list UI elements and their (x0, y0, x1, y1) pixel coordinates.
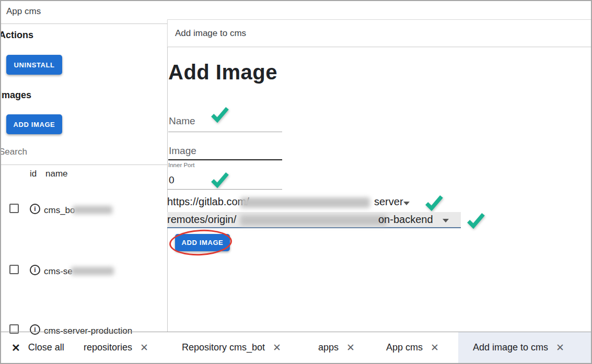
page-title: Add Image (168, 61, 277, 84)
tab-label: App cms (386, 342, 423, 353)
tab-apps[interactable]: apps ✕ (318, 332, 355, 363)
chevron-down-icon (443, 219, 449, 222)
inner-port-input[interactable]: 0 (169, 174, 175, 186)
row-checkbox[interactable] (9, 265, 19, 274)
tab-repository-cms-bot[interactable]: Repository cms_bot ✕ (182, 332, 281, 363)
app-window: App cms Actions UNINSTALL Images ADD IMA… (0, 0, 592, 364)
inner-port-underline (167, 189, 282, 190)
add-image-sidebar-button[interactable]: ADD IMAGE (6, 114, 62, 134)
branch-select[interactable]: remotes/origin/ on-backend (167, 212, 461, 228)
repo-select-suffix: server (374, 196, 403, 208)
row-name-text: cms-se (44, 266, 73, 277)
actions-section-label: Actions (0, 30, 33, 41)
row-name-text: cms_bo (44, 205, 75, 216)
redacted-text (240, 215, 387, 226)
info-icon[interactable]: i (30, 204, 40, 214)
close-icon[interactable]: ✕ (346, 343, 355, 353)
branch-select-prefix: remotes/origin/ (167, 214, 236, 226)
check-annotation-icon (464, 210, 487, 231)
close-icon: ✕ (11, 343, 20, 353)
repo-select-prefix: https://gitlab.com/ (167, 196, 249, 208)
chevron-down-icon (403, 202, 410, 205)
tab-label: repositories (84, 342, 132, 353)
redacted-text (71, 267, 114, 275)
detail-panel-title: Add image to cms (175, 28, 246, 39)
tab-repositories[interactable]: repositories ✕ (84, 332, 148, 363)
check-annotation-icon (208, 104, 231, 125)
title-divider (1, 24, 168, 24)
row-checkbox[interactable] (9, 204, 19, 213)
name-field-label: Name (169, 115, 195, 127)
redacted-text (240, 197, 370, 208)
info-icon[interactable]: i (30, 265, 40, 275)
close-all-label: Close all (28, 342, 64, 353)
tab-app-cms[interactable]: App cms ✕ (386, 332, 439, 363)
close-all-button[interactable]: ✕ Close all (11, 332, 64, 363)
tab-label: Add image to cms (473, 342, 548, 353)
uninstall-button[interactable]: UNINSTALL (6, 55, 62, 75)
images-section-label: Images (0, 90, 31, 101)
add-image-submit-button[interactable]: ADD IMAGE (175, 234, 230, 251)
detail-panel-header: Add image to cms (167, 19, 592, 47)
left-panel-title: App cms (6, 6, 41, 17)
check-annotation-icon (208, 169, 231, 190)
check-annotation-icon (422, 192, 445, 213)
close-icon[interactable]: ✕ (431, 343, 439, 353)
search-input[interactable]: Search (0, 147, 27, 157)
panel-divider (167, 24, 168, 332)
column-header-name: name (45, 169, 68, 179)
branch-select-suffix: on-backend (378, 214, 433, 226)
tab-add-image-to-cms[interactable]: Add image to cms ✕ (473, 332, 564, 363)
column-header-id: id (30, 169, 37, 179)
image-field-label: Image (169, 145, 196, 157)
tab-label: apps (318, 342, 339, 353)
close-icon[interactable]: ✕ (140, 343, 148, 353)
close-icon[interactable]: ✕ (556, 343, 564, 353)
redacted-text (73, 206, 112, 214)
close-icon[interactable]: ✕ (273, 343, 281, 353)
name-input[interactable] (168, 132, 282, 132)
tab-label: Repository cms_bot (182, 342, 265, 353)
search-divider (1, 165, 168, 165)
inner-port-field-label: Inner Port (168, 162, 195, 168)
image-input[interactable] (168, 159, 282, 160)
